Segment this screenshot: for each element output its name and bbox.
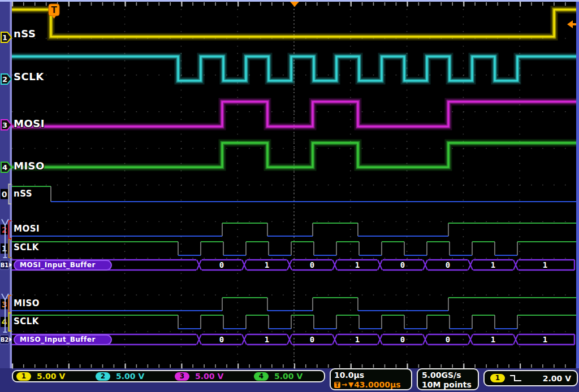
trigger-source-badge[interactable]: 1	[490, 374, 505, 382]
bus-value: 1	[491, 335, 495, 344]
bus-value: 0	[219, 260, 224, 269]
svg-text:1: 1	[2, 33, 7, 42]
channel-3-badge[interactable]: 3	[175, 372, 189, 381]
sample-rate: 5.00GS/s	[422, 371, 474, 380]
falling-edge-icon	[509, 374, 522, 382]
channel-3-scale: 5.00 V	[195, 372, 223, 380]
record-length: 10M points	[422, 380, 474, 390]
svg-text:2: 2	[2, 225, 7, 234]
svg-text:2: 2	[2, 75, 7, 84]
bus-pill-mosi-input-buffer: MOSI_Input_Buffer	[14, 260, 112, 271]
svg-text:0: 0	[2, 190, 7, 199]
channel-2-badge[interactable]: 2	[96, 372, 110, 381]
trigger-flag-icon: T	[334, 382, 340, 388]
bus-value: 0	[446, 335, 450, 344]
bus-value: 0	[400, 260, 405, 269]
horizontal-readout-box[interactable]: 10.0µs T → ▼ 43.0000µs	[330, 368, 412, 390]
channel-1-scale: 5.00 V	[37, 372, 65, 380]
digital-label-miso: MISO	[14, 299, 40, 308]
waveform-display: 0101001101010011123402134B1B2T	[0, 0, 579, 392]
digital-label-sclk2: SCLK	[14, 317, 39, 326]
trigger-readout-box[interactable]: 1 2.00 V	[483, 370, 578, 386]
bus-value: 1	[543, 260, 547, 269]
trigger-level: 2.00 V	[543, 374, 571, 383]
channel-3-readout[interactable]: 3 5.00 V	[175, 372, 254, 381]
digital-label-nss: nSS	[14, 190, 32, 198]
bus-value: 0	[446, 260, 450, 269]
svg-text:3: 3	[2, 121, 7, 129]
svg-text:1: 1	[2, 244, 7, 253]
analog-label-nss: nSS	[14, 29, 36, 39]
channel-4-badge[interactable]: 4	[254, 372, 269, 381]
analog-label-sclk: SCLK	[14, 72, 44, 82]
timebase-scale: 10.0µs	[334, 371, 408, 380]
svg-text:3: 3	[2, 300, 7, 309]
digital-label-mosi: MOSI	[14, 225, 40, 233]
svg-text:4: 4	[2, 317, 7, 326]
bus-value: 1	[265, 260, 269, 269]
channel-4-readout[interactable]: 4 5.00 V	[254, 372, 333, 381]
digital-label-sclk1: SCLK	[14, 243, 39, 252]
channel-2-readout[interactable]: 2 5.00 V	[96, 372, 175, 381]
svg-text:B1: B1	[1, 262, 9, 268]
bus-value: 0	[310, 335, 314, 344]
bus-value: 1	[491, 260, 495, 269]
analog-label-miso: MISO	[14, 161, 45, 171]
channel-4-scale: 5.00 V	[274, 372, 303, 380]
channel-readout-box[interactable]: 1 5.00 V 2 5.00 V 3 5.00 V 4 5.00 V	[12, 370, 325, 382]
delay-marker-icon: ▼	[348, 380, 353, 389]
channel-1-badge[interactable]: 1	[16, 372, 31, 381]
top-frame-line	[0, 0, 579, 2]
channel-2-scale: 5.00 V	[116, 372, 144, 380]
channel-1-readout[interactable]: 1 5.00 V	[16, 372, 96, 381]
right-arrow-icon: →	[342, 380, 347, 389]
bus-value: 0	[310, 260, 314, 269]
bus-value: 1	[543, 335, 547, 344]
bus-value: 0	[400, 335, 405, 344]
acquisition-readout-box[interactable]: 5.00GS/s 10M points	[417, 368, 479, 390]
right-frame-line	[576, 2, 579, 368]
bus-value: 1	[355, 260, 360, 269]
svg-text:T: T	[51, 5, 57, 15]
bus-value: 1	[355, 335, 360, 344]
trigger-delay-value: 43.0000µs	[354, 380, 400, 389]
bus-value: 0	[219, 335, 224, 344]
oscilloscope-screen: 0101001101010011123402134B1B2T nSS SCLK …	[0, 0, 579, 392]
trigger-delay-readout: T → ▼ 43.0000µs	[334, 380, 408, 389]
svg-text:4: 4	[2, 163, 7, 172]
analog-label-mosi: MOSI	[14, 119, 45, 129]
svg-text:B2: B2	[1, 337, 9, 343]
bus-pill-miso-input-buffer: MISO_Input_Buffer	[14, 334, 112, 345]
bus-value: 1	[265, 335, 269, 344]
